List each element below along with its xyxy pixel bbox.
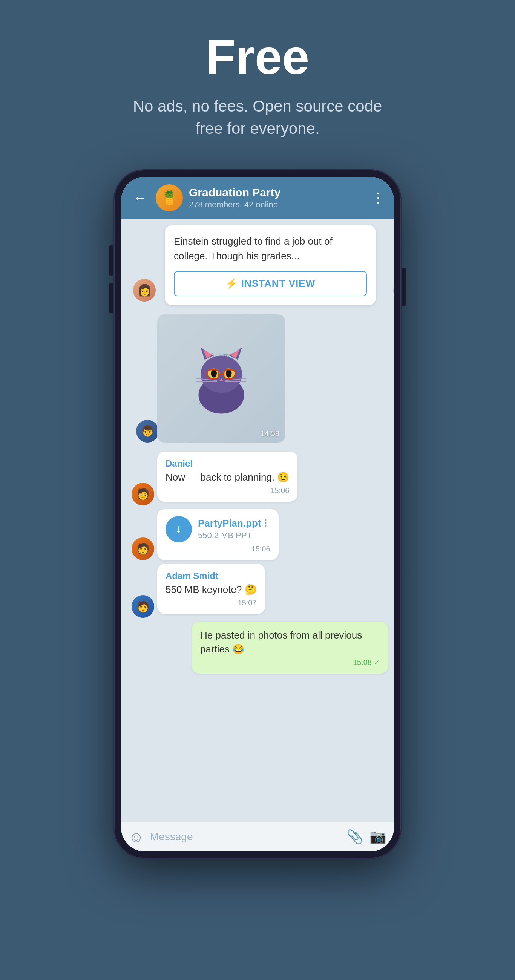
file-message-meta: 15:06 [166, 545, 270, 553]
daniel-message-text: Now — back to planning. 😉 [166, 470, 289, 484]
file-name-row: PartyPlan.ppt ⋮ [198, 517, 270, 529]
attach-button[interactable]: 📎 [346, 829, 364, 845]
daniel-avatar: 🧑 [132, 483, 154, 506]
forward-button[interactable]: ↪ [393, 280, 394, 302]
sticker-container: A = πr² V = l³ s = √(r²+h²) A = πr² + πr… [157, 314, 285, 442]
chat-input-bar: ☺ 📎 📷 [121, 822, 394, 851]
file-size: 550.2 MB PPT [198, 531, 270, 541]
own-message-row: He pasted in photos from all previous pa… [127, 622, 388, 677]
group-avatar-emoji: 🍍 [161, 190, 178, 206]
camera-button[interactable]: 📷 [370, 829, 386, 845]
header-menu-button[interactable]: ⋮ [372, 190, 385, 206]
adam-message-text: 550 MB keynote? 🤔 [166, 583, 257, 596]
group-avatar: 🍍 [156, 184, 183, 212]
article-text: Einstein struggled to find a job out of … [174, 234, 367, 264]
own-message: He pasted in photos from all previous pa… [192, 622, 388, 674]
svg-point-9 [226, 369, 231, 377]
file-menu-icon[interactable]: ⋮ [261, 517, 270, 528]
group-name: Graduation Party [189, 186, 365, 199]
instant-view-icon: ⚡ [225, 278, 238, 290]
sticker-message-container: 👦 A = πr² V = l³ s = √(r²+h²) A = πr² + … [127, 314, 388, 442]
phone-screen: ← 🍍 Graduation Party 278 members, 42 onl… [121, 177, 394, 851]
daniel-sender-name: Daniel [166, 458, 289, 469]
hero-title: Free [15, 30, 500, 84]
file-info: PartyPlan.ppt ⋮ 550.2 MB PPT [198, 517, 270, 541]
daniel-message: Daniel Now — back to planning. 😉 15:06 [157, 452, 297, 502]
svg-point-7 [211, 369, 217, 377]
avatar-boy: 👦 [136, 420, 159, 442]
download-icon: ↓ [176, 522, 182, 536]
hero-subtitle: No ads, no fees. Open source code free f… [126, 95, 389, 140]
file-name: PartyPlan.ppt [198, 517, 261, 529]
adam-message-row: 🧑 Adam Smidt 550 MB keynote? 🤔 15:07 [127, 564, 388, 618]
adam-avatar: 🧑 [132, 595, 154, 618]
instant-view-button[interactable]: ⚡ INSTANT VIEW [174, 271, 367, 296]
sticker-time: 14:58 [260, 429, 279, 438]
file-avatar: 🧑 [132, 538, 154, 560]
phone-outer: ← 🍍 Graduation Party 278 members, 42 onl… [114, 170, 401, 858]
instant-view-label: INSTANT VIEW [241, 278, 315, 290]
file-message-row: 🧑 ↓ PartyPlan.ppt ⋮ [127, 509, 388, 560]
daniel-message-row: 🧑 Daniel Now — back to planning. 😉 15:06 [127, 452, 388, 506]
adam-sender-name: Adam Smidt [166, 571, 257, 581]
file-message-time: 15:06 [252, 545, 270, 553]
own-message-text: He pasted in photos from all previous pa… [200, 628, 379, 656]
file-download-button[interactable]: ↓ [166, 516, 192, 542]
adam-message-time: 15:07 [238, 598, 257, 607]
cat-sticker-svg [180, 337, 263, 420]
message-input[interactable] [150, 831, 340, 843]
avatar-orange-file: 🧑 [132, 538, 154, 560]
emoji-button[interactable]: ☺ [129, 829, 144, 845]
group-info: Graduation Party 278 members, 42 online [189, 186, 365, 210]
file-message[interactable]: ↓ PartyPlan.ppt ⋮ 550.2 MB PPT [157, 509, 279, 560]
own-message-meta: 15:08 ✓ [200, 658, 379, 667]
daniel-message-time: 15:06 [270, 486, 289, 495]
chat-header: ← 🍍 Graduation Party 278 members, 42 onl… [121, 177, 394, 219]
back-button[interactable]: ← [130, 188, 150, 207]
user-avatar-girl: 👩 [133, 279, 156, 302]
hero-section: Free No ads, no fees. Open source code f… [0, 0, 515, 162]
adam-message-meta: 15:07 [166, 598, 257, 607]
own-message-time: 15:08 [353, 658, 372, 667]
phone-mockup: ← 🍍 Graduation Party 278 members, 42 onl… [114, 170, 401, 858]
chat-body: 👩 Einstein struggled to find a job out o… [121, 219, 394, 822]
avatar-orange-man: 🧑 [132, 483, 154, 506]
group-members: 278 members, 42 online [189, 200, 365, 210]
article-message-container: 👩 Einstein struggled to find a job out o… [127, 225, 388, 305]
adam-message: Adam Smidt 550 MB keynote? 🤔 15:07 [157, 564, 265, 614]
avatar-blue-cap: 🧑 [132, 595, 154, 618]
daniel-message-meta: 15:06 [166, 486, 289, 495]
read-receipt-icon: ✓ [374, 659, 379, 667]
file-content: ↓ PartyPlan.ppt ⋮ 550.2 MB PPT [166, 516, 270, 542]
article-message: Einstein struggled to find a job out of … [165, 225, 376, 305]
